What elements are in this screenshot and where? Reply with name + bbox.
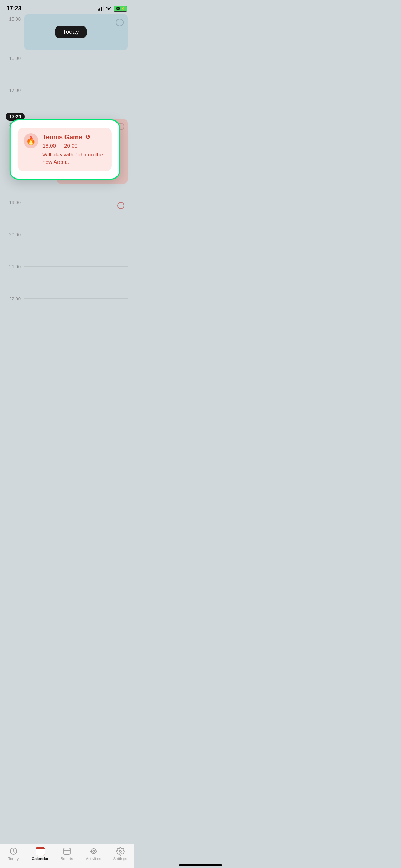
event-popup[interactable]: 🔥 Tennis Game ↺ 18:00 → 20:00 Will play …: [9, 119, 120, 180]
time-slot-19: 19:00: [0, 198, 134, 230]
event-card-header: 🔥 Tennis Game ↺ 18:00 → 20:00 Will play …: [23, 133, 106, 166]
status-bar: 17:23 60 ⚡: [0, 0, 134, 14]
time-slot-16: 16:00: [0, 53, 134, 86]
event-icon: 🔥: [26, 136, 36, 145]
time-label-22: 22:00: [6, 296, 21, 301]
event-card-inner: 🔥 Tennis Game ↺ 18:00 → 20:00 Will play …: [17, 128, 111, 171]
circle-indicator-1: [116, 19, 124, 26]
battery-level: 60: [116, 7, 120, 11]
pink-circle-2: [117, 202, 124, 209]
blue-event-card[interactable]: Today: [24, 14, 128, 50]
time-slot-18-area: 18:00 🔥 Tennis Game ↺: [0, 119, 134, 198]
event-description: Will play with John on the new Arena.: [42, 151, 106, 166]
time-label-17: 17:00: [6, 88, 21, 93]
time-label-15: 15:00: [6, 16, 21, 22]
time-slot-17: 17:00: [0, 86, 134, 114]
status-time: 17:23: [6, 5, 21, 12]
time-label-21: 21:00: [6, 264, 21, 269]
event-info: Tennis Game ↺ 18:00 → 20:00 Will play wi…: [42, 133, 106, 166]
signal-icon: [98, 6, 104, 11]
event-repeat-icon[interactable]: ↺: [85, 133, 90, 141]
event-popup-overlay[interactable]: 🔥 Tennis Game ↺ 18:00 → 20:00 Will play …: [9, 119, 120, 180]
time-label-19: 19:00: [6, 200, 21, 205]
today-button[interactable]: Today: [55, 26, 87, 38]
event-title-row: Tennis Game ↺: [42, 133, 106, 141]
event-icon-circle: 🔥: [23, 133, 38, 148]
time-label-20: 20:00: [6, 232, 21, 237]
event-title: Tennis Game: [42, 134, 82, 141]
event-time: 18:00 → 20:00: [42, 143, 106, 149]
calendar-scroll[interactable]: 15:00 Today 16:00 17:00 17:23 18:00: [0, 14, 134, 365]
battery-indicator: 60 ⚡: [114, 6, 127, 12]
status-icons: 60 ⚡: [98, 6, 127, 12]
time-slot-15: 15:00 Today: [0, 14, 134, 53]
time-slot-20: 20:00: [0, 230, 134, 262]
current-time-line: [26, 117, 128, 117]
time-slot-22: 22:00: [0, 294, 134, 322]
time-slot-21: 21:00: [0, 262, 134, 294]
wifi-icon: [106, 6, 112, 11]
time-label-16: 16:00: [6, 56, 21, 61]
